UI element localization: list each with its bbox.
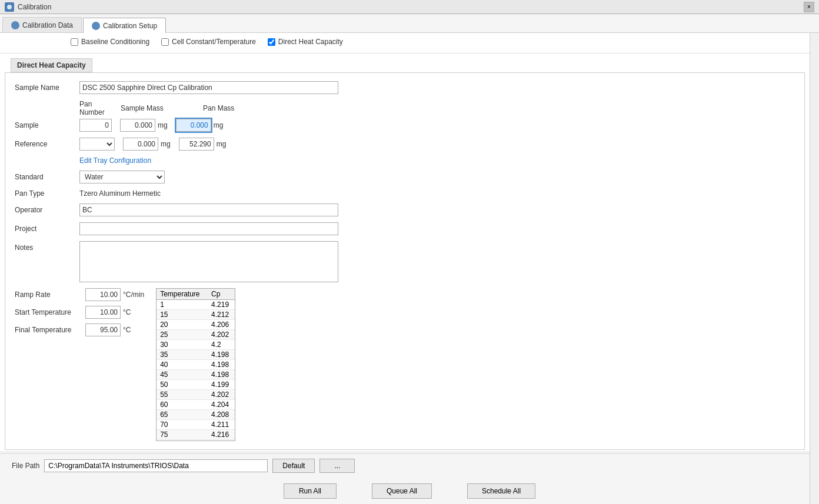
operator-label: Operator bbox=[15, 206, 79, 214]
table-row: 404.198 bbox=[157, 360, 235, 370]
table-row: 704.211 bbox=[157, 420, 235, 430]
sample-mass-header: Sample Mass bbox=[121, 104, 174, 112]
ramp-rate-input[interactable] bbox=[85, 288, 121, 301]
cal-type-cell-constant[interactable]: Cell Constant/Temperature bbox=[161, 38, 256, 46]
calibration-setup-label: Calibration Setup bbox=[103, 22, 157, 30]
direct-heat-checkbox[interactable] bbox=[268, 38, 275, 46]
file-path-label: File Path bbox=[12, 462, 39, 470]
sample-mass-unit: mg bbox=[158, 121, 168, 129]
table-row: 204.206 bbox=[157, 320, 235, 330]
file-path-input[interactable] bbox=[44, 459, 268, 472]
table-row: 554.202 bbox=[157, 390, 235, 400]
reference-pan-mass-unit: mg bbox=[217, 140, 227, 148]
table-row: 154.212 bbox=[157, 310, 235, 320]
reference-pan-select[interactable] bbox=[79, 138, 115, 151]
baseline-checkbox[interactable] bbox=[71, 38, 78, 46]
project-input[interactable] bbox=[79, 222, 338, 235]
title-bar: Calibration × bbox=[0, 0, 819, 14]
tab-calibration-data[interactable]: Calibration Data bbox=[2, 17, 82, 32]
pan-type-row: Pan Type Tzero Aluminum Hermetic bbox=[15, 189, 795, 198]
table-row: 604.204 bbox=[157, 400, 235, 410]
reference-label: Reference bbox=[15, 140, 79, 148]
run-all-button[interactable]: Run All bbox=[284, 483, 337, 499]
temperature-table-container[interactable]: Temperature Cp 14.219154.212204.206254.2… bbox=[156, 288, 235, 441]
final-temp-unit: °C bbox=[123, 326, 131, 334]
table-row: 454.198 bbox=[157, 370, 235, 380]
final-temp-input[interactable] bbox=[85, 323, 121, 336]
edit-tray-link[interactable]: Edit Tray Configuration bbox=[79, 156, 151, 165]
start-temp-unit: °C bbox=[123, 308, 131, 316]
table-row: 304.2 bbox=[157, 340, 235, 350]
sample-pan-mass-unit: mg bbox=[214, 121, 224, 129]
ramp-rate-row: Ramp Rate °C/min bbox=[15, 288, 144, 301]
tab-calibration-setup[interactable]: Calibration Setup bbox=[83, 18, 166, 33]
temp-table-body: 14.219154.212204.206254.202304.2354.1984… bbox=[157, 300, 235, 442]
pan-type-label: Pan Type bbox=[15, 189, 79, 198]
standard-select[interactable]: Water Sapphire Custom bbox=[79, 171, 165, 183]
schedule-all-button[interactable]: Schedule All bbox=[467, 483, 535, 499]
ramp-section: Ramp Rate °C/min Start Temperature °C bbox=[15, 288, 795, 441]
queue-all-button[interactable]: Queue All bbox=[372, 483, 432, 499]
start-temp-label: Start Temperature bbox=[15, 308, 85, 316]
reference-mass-unit: mg bbox=[161, 140, 171, 148]
ramp-fields: Ramp Rate °C/min Start Temperature °C bbox=[15, 288, 144, 341]
sample-name-input[interactable] bbox=[79, 81, 338, 94]
sample-mass-input[interactable] bbox=[120, 119, 155, 132]
table-row: 504.199 bbox=[157, 380, 235, 390]
project-label: Project bbox=[15, 225, 79, 233]
project-row: Project bbox=[15, 222, 795, 235]
default-button[interactable]: Default bbox=[272, 459, 315, 473]
standard-row: Standard Water Sapphire Custom bbox=[15, 171, 795, 183]
app-icon bbox=[5, 2, 14, 12]
tab-row: Calibration Data Calibration Setup bbox=[0, 14, 819, 33]
final-temp-label: Final Temperature bbox=[15, 326, 85, 334]
action-buttons-row: Run All Queue All Schedule All bbox=[0, 478, 819, 504]
panel-title: Direct Heat Capacity bbox=[11, 58, 92, 72]
cell-constant-checkbox[interactable] bbox=[161, 38, 169, 46]
browse-button[interactable]: ... bbox=[319, 459, 355, 473]
cp-col-header: Cp bbox=[208, 289, 235, 300]
pan-type-value: Tzero Aluminum Hermetic bbox=[79, 189, 161, 198]
reference-mass-input[interactable] bbox=[123, 138, 158, 151]
window-title: Calibration bbox=[18, 3, 51, 11]
reference-row: Reference mg mg bbox=[15, 138, 795, 151]
calibration-setup-icon bbox=[92, 22, 100, 30]
operator-row: Operator bbox=[15, 203, 795, 216]
calibration-data-label: Calibration Data bbox=[22, 21, 73, 29]
ramp-rate-unit: °C/min bbox=[123, 291, 144, 299]
table-row: 804.221 bbox=[157, 440, 235, 442]
temperature-table: Temperature Cp 14.219154.212204.206254.2… bbox=[157, 289, 235, 441]
final-temp-row: Final Temperature °C bbox=[15, 323, 144, 336]
start-temp-input[interactable] bbox=[85, 306, 121, 319]
pan-mass-header: Pan Mass bbox=[203, 104, 234, 112]
pan-header-row: Pan Number Sample Mass Pan Mass bbox=[79, 100, 795, 116]
table-row: 354.198 bbox=[157, 350, 235, 360]
table-row: 754.216 bbox=[157, 430, 235, 440]
notes-label: Notes bbox=[15, 241, 79, 252]
table-row: 14.219 bbox=[157, 300, 235, 310]
calibration-data-icon bbox=[11, 21, 19, 29]
content-wrapper: Baseline Conditioning Cell Constant/Temp… bbox=[0, 33, 819, 504]
sample-row: Sample mg mg bbox=[15, 119, 795, 132]
svg-point-0 bbox=[7, 5, 12, 9]
ramp-rate-label: Ramp Rate bbox=[15, 291, 85, 299]
scrollbar-right[interactable] bbox=[810, 33, 819, 504]
reference-pan-mass-input[interactable] bbox=[179, 138, 214, 151]
notes-textarea[interactable] bbox=[79, 241, 338, 282]
table-row: 254.202 bbox=[157, 330, 235, 340]
temp-col-header: Temperature bbox=[157, 289, 208, 300]
cal-type-direct-heat[interactable]: Direct Heat Capacity bbox=[268, 38, 343, 46]
notes-row: Notes bbox=[15, 241, 795, 282]
file-path-row: File Path Default ... bbox=[0, 453, 819, 478]
sample-pan-mass-input[interactable] bbox=[176, 119, 211, 132]
sample-name-label: Sample Name bbox=[15, 84, 79, 92]
pan-number-header: Pan Number bbox=[79, 100, 115, 116]
baseline-label: Baseline Conditioning bbox=[81, 38, 149, 46]
sample-pan-number-input[interactable] bbox=[79, 119, 112, 132]
close-button[interactable]: × bbox=[804, 2, 814, 12]
cal-type-baseline[interactable]: Baseline Conditioning bbox=[71, 38, 149, 46]
operator-input[interactable] bbox=[79, 203, 338, 216]
start-temp-row: Start Temperature °C bbox=[15, 306, 144, 319]
sample-label: Sample bbox=[15, 121, 79, 129]
sample-name-row: Sample Name bbox=[15, 81, 795, 94]
